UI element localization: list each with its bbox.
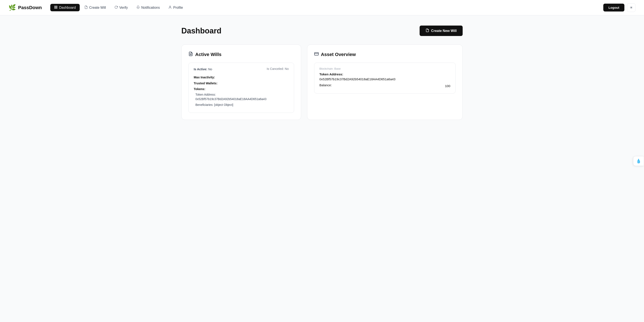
active-wills-title: Active Wills <box>195 52 222 57</box>
asset-token-address-field: Token Address: 0x52Bf57b19c37Bd2A92b5401… <box>320 72 450 82</box>
brand-logo[interactable]: 🌿 PassDown <box>8 4 42 11</box>
active-wills-icon <box>188 51 193 57</box>
nav-notifications-label: Notifications <box>141 6 160 9</box>
asset-token-address-label: Token Address: <box>320 72 343 76</box>
main-content: Dashboard Create New Will Active Wills I… <box>173 15 471 130</box>
max-inactivity-label: Max Inactivity: <box>194 76 215 79</box>
nav-verify[interactable]: Verify <box>110 4 132 11</box>
faucet-icon: 💧 <box>636 158 641 164</box>
nav-create-will[interactable]: Create Will <box>80 4 110 11</box>
svg-point-4 <box>170 6 170 7</box>
asset-overview-card: Asset Overview Blockchain: Base Token Ad… <box>307 44 463 120</box>
create-will-btn-icon <box>426 28 429 33</box>
page-title: Dashboard <box>181 26 222 35</box>
nav-dashboard-label: Dashboard <box>59 6 76 9</box>
trusted-wallets-field: Trusted Wallets: <box>194 81 289 86</box>
token-address-value: 0x52Bf57b19c37Bd2A92b54018aE18AA4D651a6a… <box>196 97 266 101</box>
active-wills-card: Active Wills Is Active: No Is Canceled: … <box>181 44 301 120</box>
tokens-label: Tokens: <box>194 87 206 91</box>
nav-profile-label: Profile <box>173 6 183 9</box>
will-entry: Is Active: No Is Canceled: No Max Inacti… <box>188 63 294 113</box>
create-new-will-button[interactable]: Create New Will <box>420 25 463 36</box>
brand-icon: 🌿 <box>8 4 16 11</box>
logout-button[interactable]: Logout <box>603 3 624 11</box>
will-row-top: Is Active: No Is Canceled: No <box>194 67 289 73</box>
create-new-will-label: Create New Will <box>431 29 457 33</box>
svg-rect-1 <box>56 6 57 7</box>
beneficiaries-line: Beneficiaries: [object Object] <box>196 103 289 107</box>
trusted-wallets-label: Trusted Wallets: <box>194 82 217 85</box>
blockchain-label: Blockchain: Base <box>320 67 450 70</box>
is-active-value: No <box>208 67 212 71</box>
dashboard-icon <box>54 5 58 9</box>
is-cancelled-field: Is Canceled: No <box>267 67 289 73</box>
asset-entry: Blockchain: Base Token Address: 0x52Bf57… <box>314 63 456 93</box>
token-address-line: Token Address: 0x52Bf57b19c37Bd2A92b5401… <box>196 92 289 101</box>
token-address-label: Token Address: <box>196 93 216 96</box>
tokens-field: Tokens: Token Address: 0x52Bf57b19c37Bd2… <box>194 87 289 107</box>
nav-dashboard[interactable]: Dashboard <box>50 4 80 11</box>
asset-token-address-value: 0x52Bf57b19c37Bd2A92b54018aE18AA4D651a6a… <box>320 77 396 81</box>
balance-label: Balance: <box>320 83 332 88</box>
nav-create-will-label: Create Will <box>89 6 106 9</box>
beneficiaries-value: [object Object] <box>214 103 233 106</box>
theme-toggle-button[interactable]: ☀ <box>627 3 636 12</box>
nav-profile[interactable]: Profile <box>164 4 187 11</box>
navbar-right: Logout ☀ <box>603 3 636 12</box>
token-block: Token Address: 0x52Bf57b19c37Bd2A92b5401… <box>196 92 289 107</box>
sun-icon: ☀ <box>630 5 633 10</box>
is-active-field: Is Active: No <box>194 67 212 72</box>
nav-verify-label: Verify <box>119 6 128 9</box>
cards-row: Active Wills Is Active: No Is Canceled: … <box>181 44 463 120</box>
svg-rect-0 <box>54 6 56 7</box>
is-cancelled-label: Is Canceled: <box>267 67 284 70</box>
svg-rect-2 <box>54 7 56 8</box>
page-header: Dashboard Create New Will <box>181 25 463 36</box>
verify-icon <box>114 5 118 9</box>
svg-rect-7 <box>314 53 318 55</box>
profile-icon <box>168 5 172 9</box>
brand-name: PassDown <box>18 5 42 10</box>
navbar: 🌿 PassDown Dashboard Create Will Verify <box>0 0 644 15</box>
create-will-icon <box>84 5 88 9</box>
faucet-badge[interactable]: 💧 <box>633 156 644 166</box>
active-wills-header: Active Wills <box>188 51 294 57</box>
balance-row: Balance: 100 <box>320 83 450 89</box>
is-active-label: Is Active: <box>194 67 207 71</box>
notifications-icon <box>136 5 140 9</box>
is-cancelled-value: No <box>285 67 289 70</box>
max-inactivity-field: Max Inactivity: <box>194 75 289 80</box>
nav-notifications[interactable]: Notifications <box>132 4 164 11</box>
asset-overview-header: Asset Overview <box>314 51 456 57</box>
balance-value: 100 <box>445 84 450 88</box>
navbar-nav: Dashboard Create Will Verify Notificatio… <box>50 4 603 11</box>
beneficiaries-label: Beneficiaries: <box>196 103 213 106</box>
svg-rect-3 <box>56 7 57 8</box>
asset-overview-icon <box>314 51 319 57</box>
asset-overview-title: Asset Overview <box>321 52 356 57</box>
